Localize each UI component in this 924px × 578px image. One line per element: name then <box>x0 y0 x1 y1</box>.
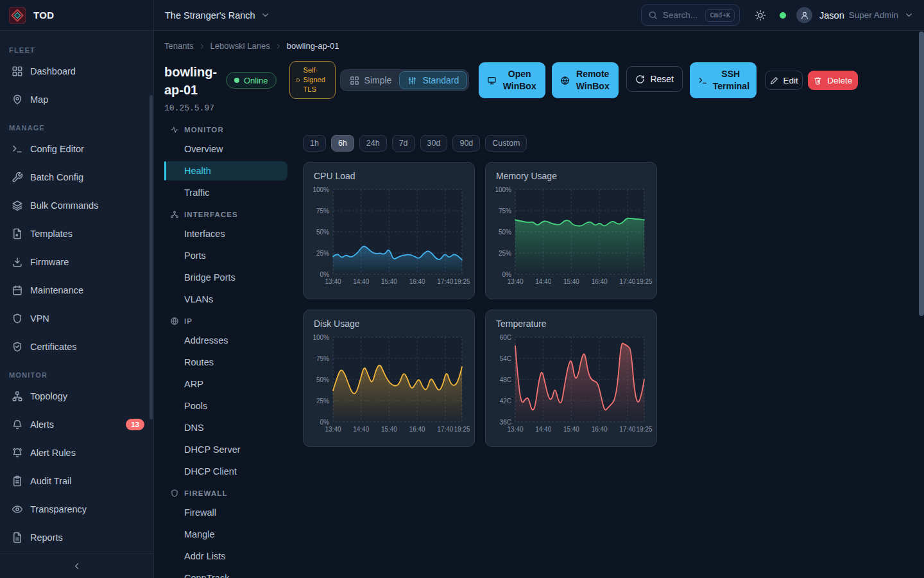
subnav-item-ports[interactable]: Ports <box>164 246 287 265</box>
time-range-7d[interactable]: 7d <box>392 135 415 152</box>
subnav-item-firewall[interactable]: Firewall <box>164 503 287 522</box>
sidebar-item-transparency[interactable]: Transparency <box>0 498 153 521</box>
main-scrollbar[interactable] <box>919 31 924 316</box>
subnav-item-arp[interactable]: ARP <box>164 374 287 394</box>
sidebar-item-vpn[interactable]: VPN <box>0 307 153 330</box>
sidebar-item-batch-config[interactable]: Batch Config <box>0 166 153 189</box>
time-range-custom[interactable]: Custom <box>485 135 527 152</box>
time-range-1h[interactable]: 1h <box>303 135 326 152</box>
sidebar-item-dashboard[interactable]: Dashboard <box>0 60 153 83</box>
sidebar-item-maintenance[interactable]: Maintenance <box>0 279 153 302</box>
subnav-item-mangle[interactable]: Mangle <box>164 525 287 544</box>
button-label: Remote WinBox <box>575 68 611 92</box>
edit-button[interactable]: Edit <box>765 71 803 90</box>
main-content: Tenants Lebowski Lanes bowling-ap-01 bow… <box>154 31 924 578</box>
chart-svg: 36C42C48C54C60C13:4014:4015:4016:4017:40… <box>496 332 647 437</box>
sidebar-item-alert-rules[interactable]: Alert Rules <box>0 441 153 464</box>
sidebar-item-alerts[interactable]: Alerts13 <box>0 413 153 436</box>
search-shortcut-badge: Cmd+K <box>705 9 735 22</box>
svg-text:75%: 75% <box>316 207 329 215</box>
subnav-section-firewall: FIREWALL <box>164 484 287 503</box>
sidebar-item-label: Maintenance <box>30 285 83 295</box>
svg-text:15:40: 15:40 <box>563 278 579 285</box>
time-range-30d[interactable]: 30d <box>420 135 448 152</box>
tls-warning-badge: Self-Signed TLS <box>289 61 336 99</box>
sidebar-scrollbar[interactable] <box>150 95 153 419</box>
remote-winbox-button[interactable]: Remote WinBox <box>552 62 619 98</box>
breadcrumb-tenant-name[interactable]: Lebowski Lanes <box>210 41 270 51</box>
reset-button[interactable]: Reset <box>626 66 683 92</box>
sliders-icon <box>407 76 417 85</box>
delete-button[interactable]: Delete <box>808 71 858 90</box>
sidebar-item-map[interactable]: Map <box>0 88 153 111</box>
activity-icon <box>170 125 179 134</box>
svg-text:75%: 75% <box>499 207 511 215</box>
time-range-24h[interactable]: 24h <box>359 135 387 152</box>
sidebar-item-audit-trail[interactable]: Audit Trail <box>0 469 153 493</box>
sidebar-item-bulk-commands[interactable]: Bulk Commands <box>0 194 153 217</box>
svg-text:50%: 50% <box>499 229 511 236</box>
open-winbox-button[interactable]: Open WinBox <box>479 62 545 98</box>
sidebar-item-certificates[interactable]: Certificates <box>0 335 153 358</box>
mode-simple-button[interactable]: Simple <box>342 71 400 89</box>
sidebar-item-label: VPN <box>30 313 49 324</box>
mode-standard-button[interactable]: Standard <box>399 71 467 89</box>
sidebar-item-label: Config Editor <box>30 144 84 154</box>
svg-text:50%: 50% <box>316 376 329 383</box>
subnav-item-pools[interactable]: Pools <box>164 396 287 416</box>
subnav-item-dns[interactable]: DNS <box>164 418 287 437</box>
svg-text:14:40: 14:40 <box>353 426 369 433</box>
network-icon <box>170 210 179 219</box>
time-range-90d[interactable]: 90d <box>452 135 480 152</box>
tenant-selector[interactable]: The Stranger's Ranch <box>165 10 270 21</box>
user-menu-chevron-icon[interactable] <box>904 10 914 20</box>
sidebar-item-topology[interactable]: Topology <box>0 385 153 408</box>
subnav-item-dhcp-server[interactable]: DHCP Server <box>164 440 287 459</box>
tls-warning-text: Self-Signed TLS <box>304 66 330 94</box>
subnav-item-health[interactable]: Health <box>164 161 287 180</box>
sidebar-nav: FLEETDashboardMapMANAGEConfig EditorBatc… <box>0 46 153 549</box>
sidebar-item-label: Dashboard <box>30 66 76 76</box>
subnav-item-traffic[interactable]: Traffic <box>164 183 287 202</box>
sidebar-item-label: Alert Rules <box>30 448 76 458</box>
subnav-item-overview[interactable]: Overview <box>164 139 287 159</box>
subnav-item-interfaces[interactable]: Interfaces <box>164 224 287 243</box>
svg-text:100%: 100% <box>312 334 329 341</box>
subnav-item-addresses[interactable]: Addresses <box>164 331 287 350</box>
time-range-6h[interactable]: 6h <box>331 135 354 152</box>
sidebar-collapse-button[interactable] <box>0 554 153 578</box>
sitemap-icon <box>12 390 23 402</box>
subnav-item-conntrack[interactable]: ConnTrack <box>164 568 287 578</box>
grid-icon <box>350 76 359 85</box>
subnav-item-routes[interactable]: Routes <box>164 353 287 372</box>
search-icon <box>648 10 658 20</box>
ssh-terminal-button[interactable]: SSH Terminal <box>690 62 757 98</box>
subnav-item-vlans[interactable]: VLANs <box>164 290 287 309</box>
svg-text:100%: 100% <box>495 186 511 193</box>
refresh-icon <box>635 74 645 84</box>
avatar[interactable] <box>796 7 812 23</box>
sidebar-item-reports[interactable]: Reports <box>0 526 153 549</box>
sidebar-item-config-editor[interactable]: Config Editor <box>0 137 153 161</box>
svg-text:13:40: 13:40 <box>507 278 523 285</box>
sidebar-item-templates[interactable]: Templates <box>0 222 153 245</box>
svg-text:50%: 50% <box>316 229 329 236</box>
theme-toggle-sun-icon[interactable] <box>755 10 766 21</box>
breadcrumb-tenants[interactable]: Tenants <box>164 41 194 51</box>
shield-icon <box>12 313 23 324</box>
sidebar-item-firmware[interactable]: Firmware <box>0 250 153 274</box>
svg-text:13:40: 13:40 <box>507 426 523 433</box>
svg-text:36C: 36C <box>500 419 511 426</box>
connection-status-dot <box>780 12 786 19</box>
subnav-item-dhcp-client[interactable]: DHCP Client <box>164 462 287 481</box>
status-badge-online: Online <box>226 72 277 89</box>
clipboard-icon <box>12 475 23 487</box>
chart-card-disk-usage: Disk Usage0%25%50%75%100%13:4014:4015:40… <box>303 310 475 447</box>
subnav-item-addr-lists[interactable]: Addr Lists <box>164 547 287 566</box>
svg-text:25%: 25% <box>316 398 329 405</box>
search-input[interactable]: Search... Cmd+K <box>641 4 740 26</box>
wrench-icon <box>12 171 23 183</box>
svg-text:14:40: 14:40 <box>353 278 369 285</box>
subnav-item-bridge-ports[interactable]: Bridge Ports <box>164 268 287 287</box>
chart-svg: 0%25%50%75%100%13:4014:4015:4016:4017:40… <box>496 184 647 290</box>
